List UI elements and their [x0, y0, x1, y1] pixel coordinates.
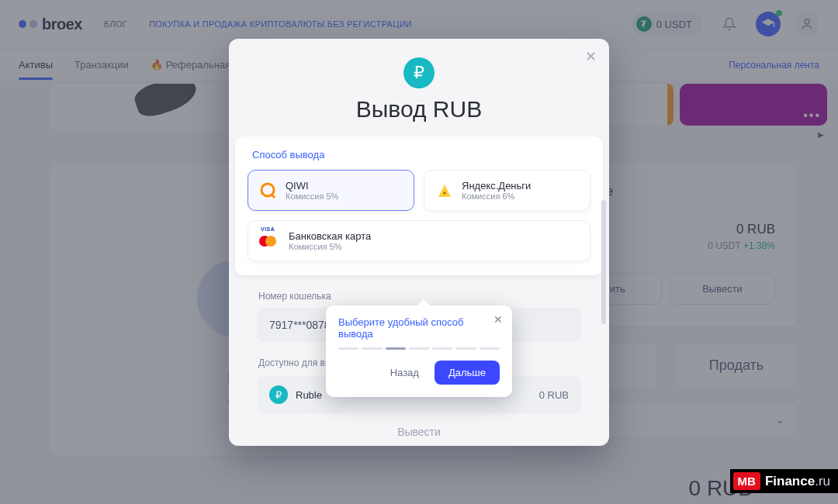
withdraw-submit-button[interactable]: Вывести: [257, 413, 581, 446]
next-button[interactable]: Дальше: [435, 361, 500, 385]
method-fee: Комиссия 5%: [286, 192, 338, 201]
method-fee: Комиссия 5%: [289, 242, 371, 251]
method-qiwi[interactable]: QIWI Комиссия 5%: [248, 170, 414, 211]
qiwi-icon: [259, 181, 278, 200]
onboarding-popover: ✕ Выберите удобный способ вывода Назад Д…: [326, 306, 512, 397]
method-name: Яндекс.Деньги: [462, 180, 531, 192]
watermark-badge: MB: [733, 472, 760, 490]
method-name: QIWI: [286, 180, 338, 192]
available-amount: 0 RUB: [539, 389, 569, 401]
modal-title: Вывод RUB: [356, 96, 482, 123]
modal-scrollbar[interactable]: [601, 200, 606, 324]
watermark-text: Finance.ru: [765, 474, 830, 489]
ruble-small-icon: ₽: [269, 385, 288, 404]
popover-close-icon[interactable]: ✕: [493, 313, 503, 326]
modal-close-icon[interactable]: ✕: [585, 48, 597, 65]
ruble-icon: ₽: [403, 57, 435, 88]
method-section-label: Способ вывода: [252, 149, 590, 161]
popover-text: Выберите удобный способ вывода: [338, 316, 500, 340]
method-name: Банковская карта: [289, 230, 371, 242]
svg-point-2: [443, 192, 446, 195]
available-currency: Ruble: [296, 389, 322, 401]
watermark: MB Finance.ru: [730, 469, 838, 493]
modal-overlay: ✕ ₽ Вывод RUB Способ вывода QIWI Комисси…: [0, 0, 838, 504]
yandex-money-icon: [435, 181, 454, 200]
method-fee: Комиссия 6%: [462, 192, 531, 201]
method-yandex[interactable]: Яндекс.Деньги Комиссия 6%: [424, 170, 590, 211]
step-indicator: [338, 347, 500, 350]
back-button[interactable]: Назад: [381, 361, 428, 385]
card-icon: VISA: [259, 234, 281, 248]
method-bank-card[interactable]: VISA Банковская карта Комиссия 5%: [248, 220, 590, 261]
